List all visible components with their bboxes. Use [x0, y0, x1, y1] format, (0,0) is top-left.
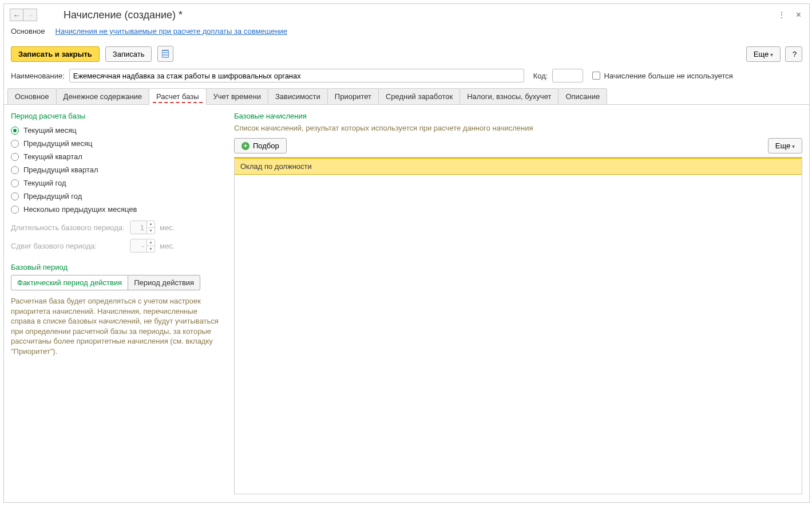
radio-icon — [11, 153, 19, 161]
radio-label: Текущий квартал — [23, 152, 82, 161]
radio-label: Текущий год — [23, 179, 66, 187]
radio-icon — [11, 206, 19, 214]
tab-8[interactable]: Описание — [558, 88, 607, 104]
radio-icon — [11, 140, 19, 148]
shift-value — [130, 239, 146, 252]
base-period-title: Базовый период — [11, 263, 223, 271]
close-icon[interactable]: × — [794, 10, 803, 20]
code-input[interactable] — [552, 69, 583, 82]
radio-option-3[interactable]: Предыдущий квартал — [11, 163, 223, 176]
name-label: Наименование: — [11, 72, 65, 80]
more-button-top[interactable]: Еще — [746, 46, 781, 62]
nav-secondary-link[interactable]: Начисления не учитываемые при расчете до… — [56, 27, 288, 36]
period-section-title: Период расчета базы — [11, 112, 223, 120]
save-button[interactable]: Записать — [105, 46, 152, 62]
save-close-button[interactable]: Записать и закрыть — [11, 46, 100, 62]
radio-label: Несколько предыдущих месяцев — [23, 205, 137, 214]
tab-2[interactable]: Расчет базы — [149, 88, 207, 105]
shift-spinner[interactable]: ▲ ▼ — [130, 239, 155, 253]
disabled-checkbox-label: Начисление больше не используется — [604, 72, 732, 80]
code-label: Код: — [533, 72, 548, 80]
tab-0[interactable]: Основное — [7, 88, 57, 104]
radio-option-2[interactable]: Текущий квартал — [11, 150, 223, 163]
radio-label: Предыдущий год — [23, 192, 82, 200]
duration-unit: мес. — [160, 223, 175, 232]
more-button-table[interactable]: Еще — [768, 138, 802, 153]
tab-3[interactable]: Учет времени — [206, 88, 268, 104]
note-text: Расчетная база будет определяться с учет… — [11, 296, 223, 356]
kebab-icon[interactable]: ⋮ — [778, 10, 786, 19]
tab-7[interactable]: Налоги, взносы, бухучет — [460, 88, 559, 104]
spinner-down-icon[interactable]: ▼ — [147, 227, 155, 234]
shift-label: Сдвиг базового периода: — [11, 242, 125, 250]
radio-option-0[interactable]: Текущий месяц — [11, 124, 223, 137]
name-input[interactable] — [69, 69, 524, 82]
radio-icon — [11, 127, 19, 135]
toggle-actual[interactable]: Фактический период действия — [11, 275, 128, 290]
base-accruals-table[interactable]: Оклад по должности — [234, 157, 802, 494]
radio-option-6[interactable]: Несколько предыдущих месяцев — [11, 203, 223, 216]
base-period-toggle[interactable]: Фактический период действия Период дейст… — [11, 275, 223, 290]
nav-main-link[interactable]: Основное — [11, 27, 45, 36]
tab-1[interactable]: Денежное содержание — [56, 88, 149, 104]
report-button[interactable] — [157, 46, 173, 62]
shift-unit: мес. — [160, 242, 175, 250]
radio-option-1[interactable]: Предыдущий месяц — [11, 137, 223, 150]
spinner-up-icon[interactable]: ▲ — [147, 221, 155, 227]
base-accruals-title: Базовые начисления — [234, 112, 802, 120]
checkbox-icon — [592, 72, 600, 80]
radio-icon — [11, 192, 19, 200]
base-accruals-desc: Список начислений, результат которых исп… — [234, 124, 802, 132]
tab-4[interactable]: Зависимости — [268, 88, 328, 104]
document-icon — [162, 50, 169, 58]
podbor-button[interactable]: + Подбор — [234, 138, 287, 153]
radio-option-4[interactable]: Текущий год — [11, 176, 223, 190]
toggle-period[interactable]: Период действия — [128, 275, 200, 290]
tab-6[interactable]: Средний заработок — [378, 88, 460, 104]
radio-label: Предыдущий квартал — [23, 166, 98, 174]
radio-icon — [11, 166, 19, 174]
radio-option-5[interactable]: Предыдущий год — [11, 190, 223, 203]
plus-icon: + — [241, 142, 249, 150]
help-button[interactable]: ? — [785, 46, 802, 62]
tab-5[interactable]: Приоритет — [327, 88, 379, 104]
nav-forward-button[interactable]: → — [23, 9, 37, 21]
spinner-down-icon[interactable]: ▼ — [147, 246, 155, 252]
window-title: Начисление (создание) * — [64, 9, 183, 21]
radio-label: Текущий месяц — [23, 126, 77, 135]
duration-label: Длительность базового периода: — [11, 223, 125, 232]
duration-spinner[interactable]: ▲ ▼ — [130, 220, 155, 234]
podbor-label: Подбор — [253, 141, 279, 150]
disabled-checkbox[interactable]: Начисление больше не используется — [592, 72, 732, 80]
nav-back-button[interactable]: ← — [10, 9, 23, 21]
spinner-up-icon[interactable]: ▲ — [147, 239, 155, 246]
radio-icon — [11, 179, 19, 187]
radio-label: Предыдущий месяц — [23, 139, 93, 148]
duration-value — [130, 221, 146, 234]
table-row[interactable]: Оклад по должности — [235, 157, 802, 175]
